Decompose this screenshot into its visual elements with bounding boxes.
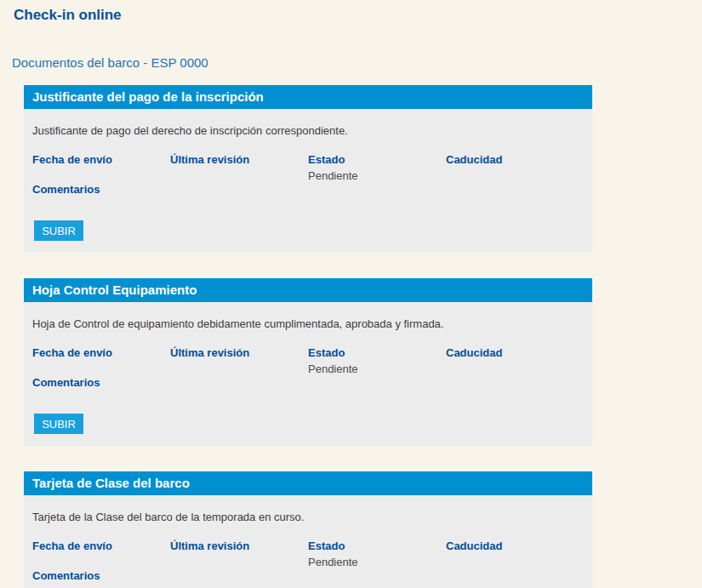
document-description: Hoja de Control de equipamiento debidame… [32,317,584,331]
field-fecha-envio: Fecha de envío [32,539,170,569]
field-ultima-revision: Última revisión [170,539,308,569]
field-label-ultima-revision: Última revisión [170,153,308,167]
field-label-fecha-envio: Fecha de envío [32,346,170,360]
page-title: Check-in online [14,7,702,24]
document-description: Justificante de pago del derecho de insc… [32,124,584,138]
field-fecha-envio: Fecha de envío [32,346,170,376]
field-label-estado: Estado [308,153,446,167]
document-fields-row: Fecha de envío Última revisión Estado Pe… [32,539,584,569]
field-label-fecha-envio: Fecha de envío [32,153,170,167]
section-title-documentos-barco: Documentos del barco - ESP 0000 [12,55,702,71]
field-ultima-revision: Última revisión [170,346,308,376]
field-caducidad: Caducidad [446,539,584,569]
field-label-estado: Estado [308,539,446,553]
field-label-caducidad: Caducidad [446,153,584,167]
field-label-comentarios: Comentarios [32,569,584,583]
field-label-caducidad: Caducidad [446,346,584,360]
field-value-caducidad [446,169,584,183]
status-value: Pendiente [308,556,446,569]
document-card-body: Tarjeta de la Clase del barco de la temp… [24,511,592,588]
document-card-justificante-pago: Justificante del pago de la inscripción … [24,85,592,253]
field-ultima-revision: Última revisión [170,153,308,183]
document-description: Tarjeta de la Clase del barco de la temp… [32,511,584,524]
document-card-title: Tarjeta de Clase del barco [24,471,592,495]
field-label-fecha-envio: Fecha de envío [32,539,170,553]
field-value-ultima-revision [170,169,308,183]
field-value-ultima-revision [170,556,308,569]
document-card-body: Hoja de Control de equipamiento debidame… [24,317,592,446]
document-card-tarjeta-clase: Tarjeta de Clase del barco Tarjeta de la… [24,471,592,588]
field-value-caducidad [446,363,584,376]
status-value: Pendiente [308,169,446,183]
field-label-caducidad: Caducidad [446,539,584,553]
document-card-title: Justificante del pago de la inscripción [24,85,592,109]
field-label-ultima-revision: Última revisión [170,539,308,553]
document-card-title: Hoja Control Equipamiento [24,278,592,302]
document-fields-row: Fecha de envío Última revisión Estado Pe… [32,346,584,376]
document-card-body: Justificante de pago del derecho de insc… [24,124,592,253]
field-value-fecha-envio [32,363,170,376]
field-value-fecha-envio [32,556,170,569]
upload-button[interactable]: SUBIR [34,414,83,434]
field-estado: Estado Pendiente [308,153,446,183]
field-value-fecha-envio [32,169,170,183]
document-card-hoja-control-equipamiento: Hoja Control Equipamiento Hoja de Contro… [24,278,592,446]
upload-button[interactable]: SUBIR [34,220,83,241]
field-estado: Estado Pendiente [308,539,446,569]
field-caducidad: Caducidad [446,153,584,183]
document-card-list: Justificante del pago de la inscripción … [24,85,592,588]
field-label-estado: Estado [308,346,446,360]
status-value: Pendiente [308,363,446,376]
field-value-caducidad [446,556,584,569]
document-fields-row: Fecha de envío Última revisión Estado Pe… [32,153,584,183]
field-estado: Estado Pendiente [308,346,446,376]
field-value-ultima-revision [170,363,308,376]
field-label-ultima-revision: Última revisión [170,346,308,360]
field-label-comentarios: Comentarios [32,183,584,197]
field-fecha-envio: Fecha de envío [32,153,170,183]
field-label-comentarios: Comentarios [32,376,584,390]
field-caducidad: Caducidad [446,346,584,376]
